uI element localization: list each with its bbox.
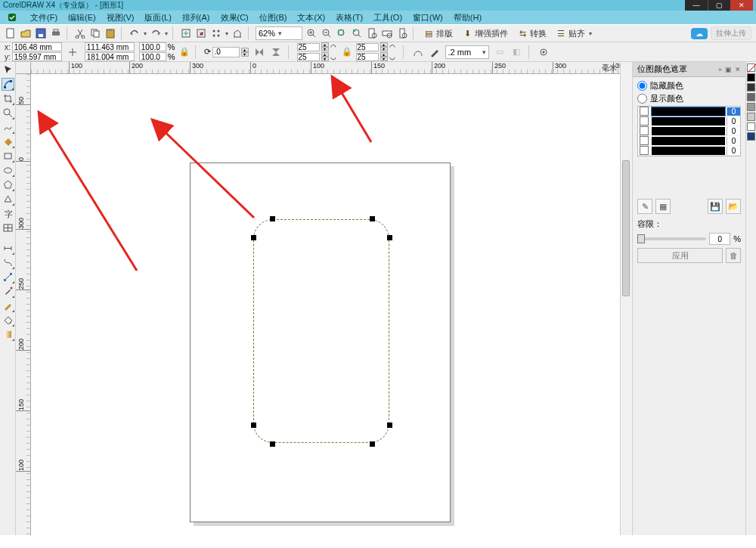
zoom-height-icon[interactable] (396, 27, 408, 39)
color-swatch[interactable] (747, 73, 755, 82)
zoom-tool[interactable] (2, 107, 14, 119)
launcher-dropdown-icon[interactable]: ▾ (225, 30, 228, 37)
wrap-text-icon[interactable]: ▭ (494, 46, 506, 58)
outline-width-combo[interactable]: .2 mm▾ (445, 45, 489, 59)
menu-bitmaps[interactable]: 位图(B) (259, 12, 287, 23)
layout-button[interactable]: ▤排版 (420, 26, 456, 40)
menu-table[interactable]: 表格(T) (336, 12, 363, 23)
height-input[interactable] (85, 52, 135, 61)
window-minimize[interactable]: — (685, 0, 708, 11)
polygon-tool[interactable] (2, 178, 14, 191)
cloud-button[interactable]: ☁ (691, 28, 708, 39)
vertical-ruler[interactable]: 50 0 300 250 200 150 100 (16, 74, 31, 535)
canvas[interactable] (31, 74, 620, 535)
connector-tool[interactable] (2, 256, 14, 269)
outline-pen-icon[interactable] (429, 46, 441, 58)
mask-row[interactable]: 0 (638, 116, 740, 126)
rounded-rectangle-selection[interactable] (253, 219, 389, 443)
mask-row[interactable]: 0 (638, 146, 740, 156)
scale-y-input[interactable] (139, 52, 166, 61)
save-icon[interactable] (35, 27, 47, 39)
text-tool[interactable]: 字 (2, 207, 14, 220)
corner-node[interactable] (387, 235, 392, 240)
hide-colors-radio[interactable]: 隐藏颜色 (637, 80, 741, 91)
selection-handle[interactable] (270, 216, 275, 221)
menu-layout[interactable]: 版面(L) (144, 12, 171, 23)
mask-row[interactable]: 0 (638, 107, 740, 116)
undo-dropdown-icon[interactable]: ▾ (144, 30, 147, 37)
spin-down[interactable]: ▾ (380, 47, 388, 51)
selection-handle[interactable] (270, 441, 275, 447)
show-colors-radio[interactable]: 显示颜色 (637, 93, 741, 104)
dimension-tool[interactable] (2, 242, 14, 255)
corner-lock-icon[interactable]: 🔒 (342, 45, 352, 60)
color-swatch[interactable] (747, 83, 755, 91)
menu-view[interactable]: 视图(V) (107, 12, 135, 23)
corner-node[interactable] (387, 423, 392, 428)
save-mask-button[interactable]: 💾 (708, 199, 723, 214)
width-input[interactable] (85, 42, 135, 51)
cut-icon[interactable] (74, 27, 86, 39)
upload-tag[interactable]: 拉伸上传 (711, 26, 751, 40)
corner-br-input[interactable] (356, 53, 379, 61)
vertical-scrollbar[interactable] (620, 62, 632, 535)
color-swatch[interactable] (747, 132, 755, 141)
open-icon[interactable] (20, 27, 32, 39)
enhance-button[interactable]: ⬇增强插件 (459, 26, 511, 40)
paste-icon[interactable] (104, 27, 116, 39)
mirror-h-icon[interactable] (253, 46, 265, 58)
convert-button[interactable]: ⇆转换 (514, 26, 550, 40)
lock-ratio-icon[interactable]: 🔒 (180, 45, 189, 60)
import-icon[interactable] (180, 27, 192, 39)
window-close[interactable]: ✕ (730, 0, 753, 11)
redo-dropdown-icon[interactable]: ▾ (165, 30, 168, 37)
horizontal-ruler[interactable]: 100 200 300 0 100 150 200 250 300 350 毫米 (31, 62, 620, 74)
no-fill-swatch[interactable] (747, 63, 755, 72)
edit-color-button[interactable]: ▦ (655, 199, 671, 214)
zoom-in-icon[interactable] (305, 27, 318, 39)
selection-handle[interactable] (370, 216, 375, 221)
mirror-v-icon[interactable] (270, 46, 282, 58)
export-icon[interactable] (195, 27, 207, 39)
zoom-page-icon[interactable] (366, 27, 378, 39)
window-maximize[interactable]: ▢ (708, 0, 730, 11)
apply-button[interactable]: 应用 (637, 248, 723, 263)
eyedropper-tool[interactable] (2, 285, 14, 298)
color-swatch[interactable] (747, 122, 755, 131)
selection-handle[interactable] (370, 441, 375, 447)
ruler-origin[interactable] (16, 62, 31, 74)
scrollbar-thumb[interactable] (622, 160, 630, 296)
ellipse-tool[interactable] (2, 164, 14, 177)
mask-row[interactable]: 0 (638, 126, 740, 136)
y-input[interactable] (12, 52, 62, 61)
menu-tools[interactable]: 工具(O) (373, 12, 402, 23)
menu-window[interactable]: 窗口(W) (413, 12, 443, 23)
eyedropper-button[interactable]: ✎ (637, 199, 652, 214)
open-mask-button[interactable]: 📂 (726, 199, 741, 214)
fill-tool[interactable] (2, 314, 14, 327)
options-icon[interactable] (538, 46, 550, 58)
color-swatch[interactable] (747, 113, 755, 121)
rectangle-tool[interactable] (2, 150, 14, 163)
behind-fill-icon[interactable]: ◧ (510, 46, 522, 58)
menu-help[interactable]: 帮助(H) (454, 12, 482, 23)
menu-text[interactable]: 文本(X) (297, 12, 325, 23)
menu-arrange[interactable]: 排列(A) (182, 12, 210, 23)
basic-shapes-tool[interactable] (2, 193, 14, 206)
zoom-width-icon[interactable] (381, 27, 393, 39)
zoom-selection-icon[interactable] (336, 27, 348, 39)
interactive-tool[interactable] (2, 271, 14, 283)
redo-icon[interactable] (150, 27, 162, 39)
zoom-out-icon[interactable] (321, 27, 333, 39)
mask-row[interactable]: 0 (638, 136, 740, 146)
zoom-all-icon[interactable] (351, 27, 363, 39)
docker-collapse-icon[interactable]: » (718, 66, 722, 73)
remove-mask-button[interactable]: 🗑 (726, 248, 741, 263)
crop-tool[interactable] (2, 92, 14, 105)
corner-bl-input[interactable] (297, 53, 320, 61)
docker-x-icon[interactable]: ✕ (735, 66, 741, 73)
table-tool[interactable] (2, 221, 14, 234)
outline-tool[interactable] (2, 299, 14, 312)
menu-effects[interactable]: 效果(C) (221, 12, 249, 23)
spin-down[interactable]: ▾ (321, 47, 329, 51)
